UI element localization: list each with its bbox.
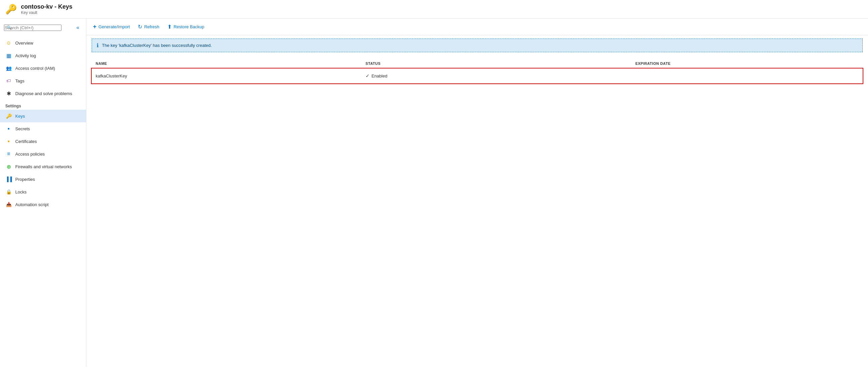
- sidebar-item-label: Keys: [15, 114, 25, 119]
- sidebar-item-label: Properties: [15, 177, 35, 182]
- generate-import-button[interactable]: + Generate/Import: [93, 23, 130, 30]
- main-content: + Generate/Import ↻ Refresh ⬆ Restore Ba…: [86, 19, 868, 367]
- restore-backup-button[interactable]: ⬆ Restore Backup: [167, 24, 205, 30]
- toolbar: + Generate/Import ↻ Refresh ⬆ Restore Ba…: [86, 19, 868, 35]
- access-control-icon: 👥: [5, 65, 12, 72]
- keys-icon: 🔑: [5, 113, 12, 119]
- sidebar-item-access-policies[interactable]: ≡ Access policies: [0, 148, 86, 160]
- col-header-status: STATUS: [362, 59, 631, 68]
- refresh-button[interactable]: ↻ Refresh: [138, 24, 159, 30]
- tags-icon: 🏷: [5, 78, 12, 84]
- search-icon: 🔍: [7, 25, 11, 30]
- secrets-icon: ▪: [5, 125, 12, 132]
- sidebar-item-diagnose[interactable]: ✱ Diagnose and solve problems: [0, 87, 86, 100]
- sidebar-item-locks[interactable]: 🔒 Locks: [0, 186, 86, 198]
- locks-icon: 🔒: [5, 189, 12, 195]
- properties-icon: ▐▐: [5, 176, 12, 182]
- automation-icon: 📥: [5, 201, 12, 208]
- table-row[interactable]: kafkaClusterKey ✓ Enabled: [92, 68, 863, 83]
- search-input[interactable]: [4, 25, 61, 31]
- key-vault-icon: 🔑: [5, 4, 17, 15]
- generate-import-label: Generate/Import: [99, 24, 130, 29]
- sidebar-item-label: Automation script: [15, 202, 49, 207]
- sidebar-item-label: Firewalls and virtual networks: [15, 164, 72, 169]
- sidebar-item-firewalls[interactable]: ⊛ Firewalls and virtual networks: [0, 160, 86, 173]
- notification-bar: ℹ The key 'kafkaClusterKey' has been suc…: [92, 38, 863, 52]
- key-expiration: [631, 68, 863, 83]
- sidebar-item-activity-log[interactable]: ▦ Activity log: [0, 49, 86, 62]
- access-policies-icon: ≡: [5, 150, 12, 157]
- sidebar-item-label: Access control (IAM): [15, 66, 55, 71]
- page-subtitle: Key vault: [21, 10, 72, 15]
- sidebar-item-access-control[interactable]: 👥 Access control (IAM): [0, 62, 86, 75]
- sidebar-item-keys[interactable]: 🔑 Keys: [0, 110, 86, 122]
- table-header-row: NAME STATUS EXPIRATION DATE: [92, 59, 863, 68]
- sidebar-item-automation[interactable]: 📥 Automation script: [0, 198, 86, 211]
- sidebar-item-label: Secrets: [15, 126, 30, 131]
- sidebar-item-label: Activity log: [15, 53, 36, 58]
- refresh-label: Refresh: [144, 24, 159, 29]
- refresh-icon: ↻: [138, 24, 142, 30]
- sidebar-item-overview[interactable]: ⊙ Overview: [0, 36, 86, 49]
- activity-log-icon: ▦: [5, 52, 12, 59]
- sidebar-item-secrets[interactable]: ▪ Secrets: [0, 122, 86, 135]
- firewalls-icon: ⊛: [5, 163, 12, 170]
- sidebar-item-label: Access policies: [15, 151, 45, 157]
- key-status-text: Enabled: [372, 74, 388, 79]
- diagnose-icon: ✱: [5, 90, 12, 97]
- page-header: 🔑 contoso-kv - Keys Key vault: [0, 0, 868, 19]
- col-header-expiration: EXPIRATION DATE: [631, 59, 863, 68]
- sidebar-item-tags[interactable]: 🏷 Tags: [0, 75, 86, 87]
- page-title: contoso-kv - Keys: [21, 3, 72, 10]
- main-layout: 🔍 « ⊙ Overview ▦ Activity log 👥 Access c…: [0, 19, 868, 367]
- restore-backup-label: Restore Backup: [174, 24, 205, 29]
- collapse-sidebar-button[interactable]: «: [76, 25, 80, 31]
- generate-import-icon: +: [93, 23, 97, 30]
- sidebar-item-label: Diagnose and solve problems: [15, 91, 72, 96]
- sidebar-item-label: Certificates: [15, 139, 37, 144]
- sidebar-item-properties[interactable]: ▐▐ Properties: [0, 173, 86, 186]
- sidebar-item-certificates[interactable]: ▪ Certificates: [0, 135, 86, 148]
- overview-icon: ⊙: [5, 39, 12, 46]
- notification-message: The key 'kafkaClusterKey' has been succe…: [102, 43, 212, 48]
- key-status: ✓ Enabled: [362, 68, 631, 83]
- enabled-check-icon: ✓: [366, 73, 370, 79]
- key-name: kafkaClusterKey: [92, 68, 362, 83]
- info-icon: ℹ: [97, 42, 99, 49]
- sidebar: 🔍 « ⊙ Overview ▦ Activity log 👥 Access c…: [0, 19, 86, 367]
- restore-backup-icon: ⬆: [167, 24, 172, 30]
- sidebar-item-label: Locks: [15, 190, 27, 195]
- col-header-name: NAME: [92, 59, 362, 68]
- certificates-icon: ▪: [5, 138, 12, 145]
- keys-table: NAME STATUS EXPIRATION DATE kafkaCluster…: [92, 59, 863, 83]
- sidebar-item-label: Tags: [15, 79, 24, 83]
- sidebar-item-label: Overview: [15, 40, 33, 46]
- keys-table-container: NAME STATUS EXPIRATION DATE kafkaCluster…: [86, 56, 868, 367]
- settings-section-label: Settings: [0, 100, 86, 110]
